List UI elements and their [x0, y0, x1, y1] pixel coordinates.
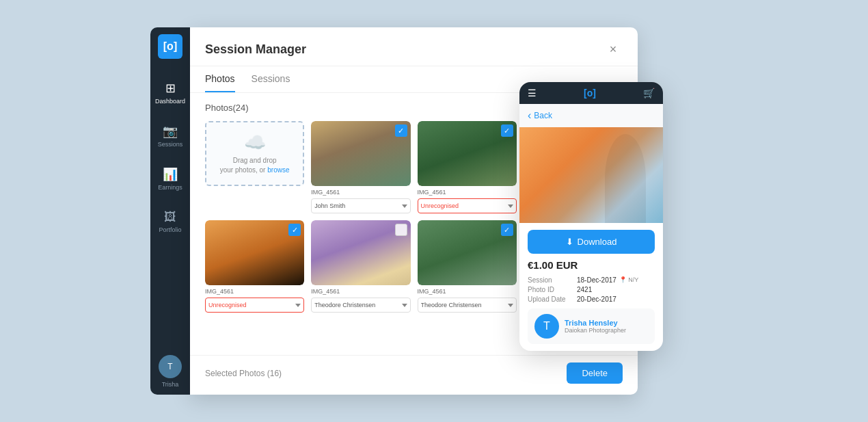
photo-select-6[interactable]: Theodore Christensen [418, 298, 517, 313]
mobile-body: ⬇ Download €1.00 EUR Session 18-Dec-2017… [519, 223, 663, 351]
sidebar-item-earnings[interactable]: 📊 Earnings [153, 163, 187, 195]
photo-cell-4: ✓ IMG_4561 Unrecognised [205, 220, 304, 313]
photo-thumb-5[interactable] [311, 220, 410, 285]
check-badge-2[interactable]: ✓ [501, 124, 513, 137]
session-label: Session [528, 276, 577, 284]
delete-button[interactable]: Delete [567, 362, 623, 384]
sidebar: [o] ⊞ Dashboard 📷 Sessions 📊 Earnings 🖼 … [150, 27, 190, 395]
sidebar-logo: [o] [158, 34, 182, 59]
sidebar-label-dashboard: Dashboard [155, 98, 185, 105]
photo-select-4[interactable]: Unrecognised [205, 298, 304, 313]
sidebar-label-sessions: Sessions [158, 141, 183, 148]
meta-upload-date: Upload Date 20-Dec-2017 [528, 295, 655, 303]
avatar-label: Trisha [162, 381, 179, 388]
photo-select-1[interactable]: John Smith [311, 198, 410, 213]
sidebar-item-portfolio[interactable]: 🖼 Portfolio [153, 206, 187, 237]
upload-date-value: 20-Dec-2017 [577, 295, 616, 303]
photographer-role: Daiokan Photographer [565, 327, 626, 334]
dialog-footer: Selected Photos (16) Delete [190, 355, 638, 395]
photo-label-2: IMG_4561 [418, 189, 517, 196]
download-icon: ⬇ [566, 237, 573, 247]
photo-cell-2: ✓ IMG_4561 Unrecognised [418, 121, 517, 213]
photographer-card: T Trisha Hensley Daiokan Photographer [528, 308, 655, 344]
earnings-icon: 📊 [163, 167, 178, 182]
avatar[interactable]: T [159, 355, 182, 378]
sidebar-label-portfolio: Portfolio [159, 226, 181, 233]
portfolio-icon: 🖼 [164, 210, 176, 224]
photographer-avatar: T [534, 314, 559, 339]
session-value: 18-Dec-2017 [577, 276, 616, 284]
photo-cell-6: ✓ IMG_4561 Theodore Christensen [418, 220, 517, 313]
mobile-photo [519, 127, 663, 223]
sidebar-label-earnings: Earnings [158, 184, 182, 191]
upload-cell: ☁️ Drag and drop your photos, or browse [205, 121, 304, 213]
dialog-header: Session Manager × [190, 27, 638, 66]
meta-session: Session 18-Dec-2017 📍 N/Y [528, 276, 655, 284]
photo-id-label: Photo ID [528, 286, 577, 293]
check-badge-1[interactable]: ✓ [395, 124, 407, 137]
photo-label-6: IMG_4561 [418, 288, 517, 295]
dashboard-icon: ⊞ [165, 81, 176, 96]
photo-thumb-6[interactable]: ✓ [418, 220, 517, 285]
sidebar-bottom: T Trisha [159, 355, 182, 388]
selected-label: Selected Photos (16) [205, 369, 282, 378]
photo-select-5[interactable]: Theodore Christensen [311, 298, 410, 313]
download-label: Download [578, 237, 617, 247]
upload-area[interactable]: ☁️ Drag and drop your photos, or browse [205, 121, 304, 186]
dialog-title: Session Manager [205, 42, 306, 57]
sidebar-item-dashboard[interactable]: ⊞ Dashboard [153, 77, 187, 109]
check-badge-empty-5[interactable] [395, 224, 407, 236]
check-badge-4[interactable]: ✓ [288, 224, 301, 236]
check-badge-6[interactable]: ✓ [501, 224, 513, 236]
photographer-name: Trisha Hensley [565, 319, 626, 327]
tab-sessions[interactable]: Sessions [252, 66, 290, 92]
sidebar-item-sessions[interactable]: 📷 Sessions [153, 120, 187, 152]
photo-thumb-1[interactable]: ✓ [311, 121, 410, 186]
photo-label-5: IMG_4561 [311, 288, 410, 295]
photo-label-4: IMG_4561 [205, 288, 304, 295]
tab-photos[interactable]: Photos [205, 66, 235, 92]
photo-thumb-2[interactable]: ✓ [418, 121, 517, 186]
upload-text: Drag and drop your photos, or browse [220, 156, 290, 175]
sessions-icon: 📷 [163, 124, 178, 139]
photo-overlay [519, 127, 663, 223]
price: €1.00 EUR [528, 259, 655, 271]
close-button[interactable]: × [603, 40, 623, 59]
mobile-preview-card: ☰ [o] 🛒 Back ⬇ Download €1.00 EUR Sessio… [519, 82, 663, 351]
upload-date-label: Upload Date [528, 295, 577, 303]
mobile-logo: [o] [584, 88, 596, 98]
hamburger-icon[interactable]: ☰ [528, 88, 537, 98]
photo-thumb-4[interactable]: ✓ [205, 220, 304, 285]
meta-photo-id: Photo ID 2421 [528, 286, 655, 293]
photo-cell-1: ✓ IMG_4561 John Smith [311, 121, 410, 213]
photo-select-2[interactable]: Unrecognised [418, 198, 517, 213]
back-button[interactable]: Back [519, 104, 663, 127]
browse-link[interactable]: browse [267, 166, 289, 174]
photo-cell-5: IMG_4561 Theodore Christensen [311, 220, 410, 313]
photo-label-1: IMG_4561 [311, 189, 410, 196]
mobile-header: ☰ [o] 🛒 [519, 82, 663, 104]
session-location: 📍 N/Y [619, 276, 639, 284]
cart-icon[interactable]: 🛒 [643, 88, 655, 98]
download-button[interactable]: ⬇ Download [528, 230, 655, 254]
photo-id-value: 2421 [577, 286, 592, 293]
upload-icon: ☁️ [244, 132, 266, 153]
photographer-info: Trisha Hensley Daiokan Photographer [565, 319, 626, 334]
